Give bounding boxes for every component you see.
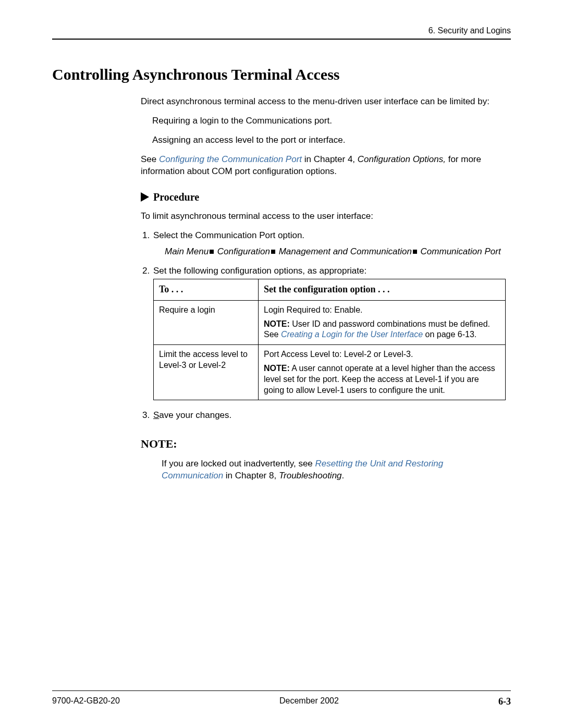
menu-path-d: Communication Port bbox=[421, 246, 501, 256]
footer-row: 9700-A2-GB20-20 December 2002 6-3 bbox=[52, 696, 511, 707]
procedure-heading: Procedure bbox=[141, 191, 506, 203]
opt1-line1: Login Required to: Enable. bbox=[264, 305, 500, 316]
header-chapter: 6. Security and Logins bbox=[52, 26, 511, 35]
configuring-comm-port-link[interactable]: Configuring the Communication Port bbox=[159, 154, 302, 164]
menu-path-b: Configuration bbox=[217, 246, 270, 256]
menu-path-a: Main Menu bbox=[165, 246, 209, 256]
arrow-right-icon bbox=[141, 192, 149, 202]
menu-path-c: Management and Communication bbox=[279, 246, 412, 256]
table-cell-opt-2: Port Access Level to: Level-2 or Level-3… bbox=[259, 345, 506, 400]
creating-login-link[interactable]: Creating a Login for the User Interface bbox=[281, 330, 423, 339]
config-table: To . . . Set the configuration option . … bbox=[153, 279, 506, 400]
footer-page-number: 6-3 bbox=[498, 696, 511, 707]
body: Direct asynchronous terminal access to t… bbox=[141, 96, 506, 482]
table-row: Limit the access level to Level-3 or Lev… bbox=[154, 345, 506, 400]
opt2-note-text: A user cannot operate at a level higher … bbox=[264, 364, 495, 394]
table-header-to: To . . . bbox=[154, 279, 259, 300]
page-title: Controlling Asynchronous Terminal Access bbox=[52, 66, 511, 83]
square-separator-icon bbox=[271, 250, 275, 254]
intro-requirement-2: Assigning an access level to the port or… bbox=[152, 134, 506, 146]
table-row: Require a login Login Required to: Enabl… bbox=[154, 300, 506, 344]
opt1-note: NOTE: User ID and password combinations … bbox=[264, 319, 500, 341]
opt2-note: NOTE: A user cannot operate at a level h… bbox=[264, 363, 500, 396]
step-2-text: Set the following configuration options,… bbox=[153, 266, 366, 276]
step-1-text: Select the Communication Port option. bbox=[153, 230, 304, 240]
step-2: Set the following configuration options,… bbox=[152, 265, 506, 401]
footer-date: December 2002 bbox=[279, 696, 339, 707]
note-pre: If you are locked out inadvertently, see bbox=[162, 459, 315, 468]
see-paragraph: See Configuring the Communication Port i… bbox=[141, 154, 506, 178]
procedure-lead: To limit asynchronous terminal access to… bbox=[141, 211, 506, 223]
opt2-note-label: NOTE: bbox=[264, 364, 290, 373]
table-cell-to-2: Limit the access level to Level-3 or Lev… bbox=[154, 345, 259, 400]
note-heading: NOTE: bbox=[141, 437, 506, 451]
opt1-note-post: on page 6-13. bbox=[423, 330, 476, 339]
table-cell-to-1: Require a login bbox=[154, 300, 259, 344]
footer: 9700-A2-GB20-20 December 2002 6-3 bbox=[52, 690, 511, 707]
note-mid: in Chapter 8, bbox=[223, 471, 279, 480]
procedure-list: Select the Communication Port option. Ma… bbox=[141, 230, 506, 422]
step-3-underline: S bbox=[153, 410, 159, 420]
header-rule bbox=[52, 39, 511, 40]
note-body: If you are locked out inadvertently, see… bbox=[162, 458, 506, 482]
page: 6. Security and Logins Controlling Async… bbox=[0, 0, 563, 728]
note-chapter: Troubleshooting bbox=[279, 471, 342, 480]
see-prefix: See bbox=[141, 154, 159, 164]
table-header-row: To . . . Set the configuration option . … bbox=[154, 279, 506, 300]
intro-requirement-1: Requiring a login to the Communications … bbox=[152, 115, 506, 127]
step-3: Save your changes. bbox=[152, 410, 506, 422]
opt2-line1: Port Access Level to: Level-2 or Level-3… bbox=[264, 349, 500, 360]
square-separator-icon bbox=[210, 250, 214, 254]
footer-docid: 9700-A2-GB20-20 bbox=[52, 696, 120, 707]
table-header-option: Set the configuration option . . . bbox=[259, 279, 506, 300]
step-3-rest: ave your changes. bbox=[159, 410, 231, 420]
intro-paragraph: Direct asynchronous terminal access to t… bbox=[141, 96, 506, 108]
opt1-note-label: NOTE: bbox=[264, 319, 290, 328]
step-1: Select the Communication Port option. Ma… bbox=[152, 230, 506, 258]
square-separator-icon bbox=[413, 250, 417, 254]
see-mid: in Chapter 4, bbox=[302, 154, 358, 164]
menu-path: Main Menu Configuration Management and C… bbox=[165, 246, 506, 258]
footer-rule bbox=[52, 690, 511, 691]
note-post: . bbox=[342, 471, 345, 480]
procedure-label: Procedure bbox=[153, 191, 199, 203]
see-chapter: Configuration Options, bbox=[358, 154, 446, 164]
table-cell-opt-1: Login Required to: Enable. NOTE: User ID… bbox=[259, 300, 506, 344]
